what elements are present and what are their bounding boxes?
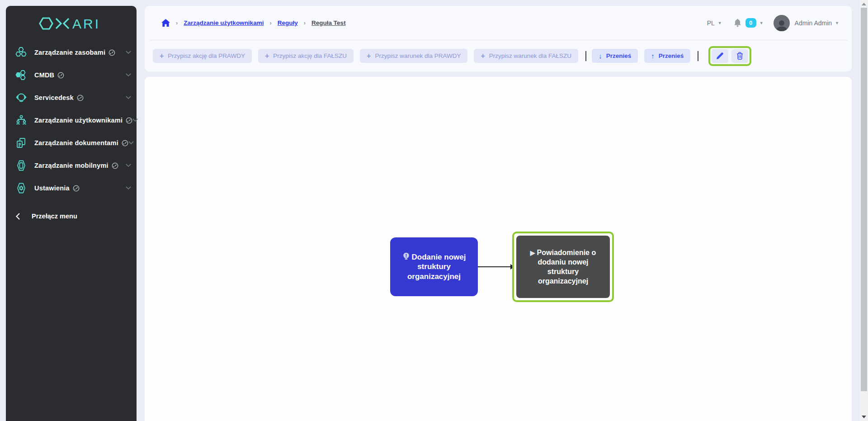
language-label: PL xyxy=(707,19,715,27)
move-up-button[interactable]: ↑ Przenieś xyxy=(644,49,690,63)
mobile-icon xyxy=(15,159,28,172)
gauge-badge-icon xyxy=(73,185,80,192)
vertical-scrollbar xyxy=(860,0,868,421)
documents-icon xyxy=(15,137,28,149)
chevron-down-icon xyxy=(132,118,138,122)
language-selector[interactable]: PL ▼ xyxy=(707,19,722,27)
sidebar-item-label: Servicedesk xyxy=(34,94,74,101)
assign-condition-false-button[interactable]: + Przypisz warunek dla FAŁSZU xyxy=(474,49,578,63)
sidebar-item-zarzadzanie-dokumentami[interactable]: Zarządzanie dokumentami xyxy=(6,132,137,154)
sidebar-item-label: Ustawienia xyxy=(34,184,70,192)
selected-node-actions xyxy=(708,46,751,66)
caret-down-icon: ▼ xyxy=(760,21,764,25)
user-name: Admin Admin xyxy=(795,19,832,27)
toolbar-divider xyxy=(698,51,698,61)
chevron-left-icon xyxy=(16,213,20,220)
users-icon xyxy=(15,114,28,127)
gauge-badge-icon xyxy=(57,72,64,79)
breadcrumb-link-rules[interactable]: Reguły xyxy=(278,19,298,26)
servicedesk-icon xyxy=(15,91,28,104)
chevron-down-icon xyxy=(126,186,131,190)
plus-icon: + xyxy=(265,52,269,60)
trigger-node[interactable]: Dodanie nowej struktury organizacyjnej xyxy=(390,237,478,296)
rule-flow-canvas[interactable]: Dodanie nowej struktury organizacyjnej ▶… xyxy=(145,77,852,421)
notification-count-badge: 0 xyxy=(745,18,756,28)
caret-down-icon: ▼ xyxy=(718,21,722,25)
sidebar-item-label: Zarządzanie zasobami xyxy=(34,49,105,56)
trigger-node-label: Dodanie nowej struktury organizacyjnej xyxy=(407,253,466,281)
chevron-down-icon xyxy=(126,164,131,167)
breadcrumb-separator: › xyxy=(176,19,178,26)
breadcrumb-link-users[interactable]: Zarządzanie użytkownikami xyxy=(184,19,264,26)
rule-toolbar: + Przypisz akcję dla PRAWDY + Przypisz a… xyxy=(145,40,852,71)
chevron-down-icon xyxy=(126,73,131,77)
gauge-badge-icon xyxy=(122,140,128,147)
oxari-logo-icon: ARI xyxy=(38,16,105,31)
oxari-logo: ARI xyxy=(6,6,137,31)
bell-icon xyxy=(734,19,741,27)
user-menu[interactable]: Admin Admin ▼ xyxy=(764,15,839,31)
sidebar-item-ustawienia[interactable]: Ustawienia xyxy=(6,177,137,199)
sidebar-item-zarzadzanie-uzytkownikami[interactable]: Zarządzanie użytkownikami xyxy=(6,109,137,132)
move-down-button[interactable]: ↓ Przenieś xyxy=(592,49,638,63)
sidebar-item-zarzadzanie-mobilnymi[interactable]: Zarządzanie mobilnymi xyxy=(6,154,137,177)
plus-icon: + xyxy=(367,52,371,60)
assets-icon xyxy=(15,46,28,59)
gauge-badge-icon xyxy=(112,162,118,169)
home-icon[interactable] xyxy=(161,19,170,27)
breadcrumb-separator: › xyxy=(304,19,306,26)
delete-node-button[interactable] xyxy=(731,49,748,63)
plus-icon: + xyxy=(481,52,485,60)
edit-node-button[interactable] xyxy=(712,49,728,63)
action-node-selection-outline[interactable]: ▶Powiadomienie o dodaniu nowej struktury… xyxy=(512,232,614,302)
sidebar-item-cmdb[interactable]: CMDB xyxy=(6,64,137,86)
assign-condition-true-button[interactable]: + Przypisz warunek dla PRAWDY xyxy=(360,49,467,63)
assign-action-false-button[interactable]: + Przypisz akcję dla FAŁSZU xyxy=(258,49,354,63)
breadcrumb-separator: › xyxy=(269,19,271,26)
arrow-down-icon: ↓ xyxy=(599,52,602,60)
cmdb-icon xyxy=(15,69,28,81)
chevron-down-icon xyxy=(126,51,131,54)
breadcrumb-current-rule-test[interactable]: Reguła Test xyxy=(311,19,346,26)
gauge-badge-icon xyxy=(108,49,115,56)
caret-down-icon: ▼ xyxy=(835,21,839,25)
sidebar-item-zarzadzanie-zasobami[interactable]: Zarządzanie zasobami xyxy=(6,41,137,64)
trash-icon xyxy=(736,52,743,60)
sidebar-item-label: Zarządzanie mobilnymi xyxy=(34,162,108,169)
sidebar-item-servicedesk[interactable]: Servicedesk xyxy=(6,86,137,109)
sidebar-menu: Zarządzanie zasobami CMDB xyxy=(6,41,137,199)
chevron-down-icon xyxy=(128,141,134,145)
action-node-label: Powiadomienie o dodaniu nowej struktury … xyxy=(537,249,596,285)
sidebar-item-label: CMDB xyxy=(34,71,54,79)
header-card: › Zarządzanie użytkownikami › Reguły › R… xyxy=(145,6,852,71)
gauge-badge-icon xyxy=(77,95,84,101)
toggle-menu-label: Przełącz menu xyxy=(32,213,77,220)
breadcrumb: › Zarządzanie użytkownikami › Reguły › R… xyxy=(145,6,852,40)
arrow-up-icon: ↑ xyxy=(651,52,655,60)
topbar-actions: PL ▼ 0 ▼ xyxy=(707,15,839,31)
sidebar-item-label: Zarządzanie dokumentami xyxy=(34,139,118,147)
scrollbar-down-arrow[interactable] xyxy=(862,416,866,418)
scrollbar-up-arrow[interactable] xyxy=(862,3,866,5)
svg-text:ARI: ARI xyxy=(72,16,100,31)
plus-icon: + xyxy=(160,52,164,60)
toggle-menu-button[interactable]: Przełącz menu xyxy=(6,206,137,227)
action-node[interactable]: ▶Powiadomienie o dodaniu nowej struktury… xyxy=(516,236,610,298)
toolbar-divider xyxy=(585,51,586,61)
gauge-badge-icon xyxy=(126,117,132,124)
play-icon: ▶ xyxy=(530,249,535,256)
chevron-down-icon xyxy=(126,96,131,99)
flow-edge xyxy=(478,266,510,267)
scrollbar-thumb[interactable] xyxy=(861,8,867,391)
avatar xyxy=(774,15,790,31)
assign-action-true-button[interactable]: + Przypisz akcję dla PRAWDY xyxy=(153,49,252,63)
bulb-icon xyxy=(402,252,410,261)
sidebar-item-label: Zarządzanie użytkownikami xyxy=(34,117,123,124)
notifications-menu[interactable]: 0 ▼ xyxy=(734,18,764,28)
settings-icon xyxy=(15,182,28,194)
sidebar: ARI Zarządzanie zasobami xyxy=(6,6,137,421)
pencil-icon xyxy=(716,52,724,60)
